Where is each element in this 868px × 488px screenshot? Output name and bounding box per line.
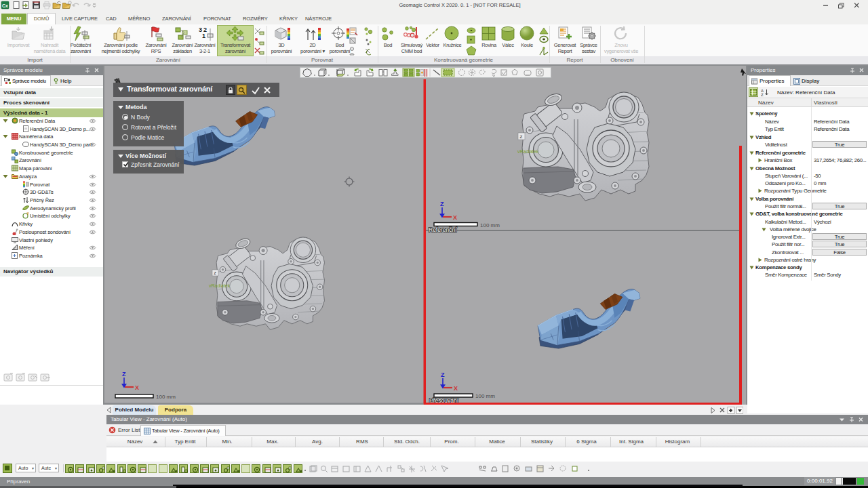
svg-text:Z: Z [441,371,445,378]
svg-text:X: X [454,385,458,392]
svg-text:X: X [135,384,139,391]
svg-text:Referenční: Referenční [429,226,457,233]
svg-text:1: 1 [202,33,205,39]
svg-text:100 mm: 100 mm [156,394,176,400]
svg-text:Z: Z [122,371,126,378]
svg-text:Z: Z [761,93,764,97]
svg-text:100 mm: 100 mm [475,393,495,399]
svg-text:Cx: Cx [2,3,8,8]
svg-text:X: X [453,214,457,221]
svg-text:Z: Z [440,201,444,207]
svg-text:vRadiatek: vRadiatek [209,283,231,288]
svg-text:z: z [519,134,523,140]
svg-text:vRadiatek: vRadiatek [517,149,539,154]
svg-text:z: z [214,270,216,276]
svg-text:100 mm: 100 mm [480,222,500,228]
